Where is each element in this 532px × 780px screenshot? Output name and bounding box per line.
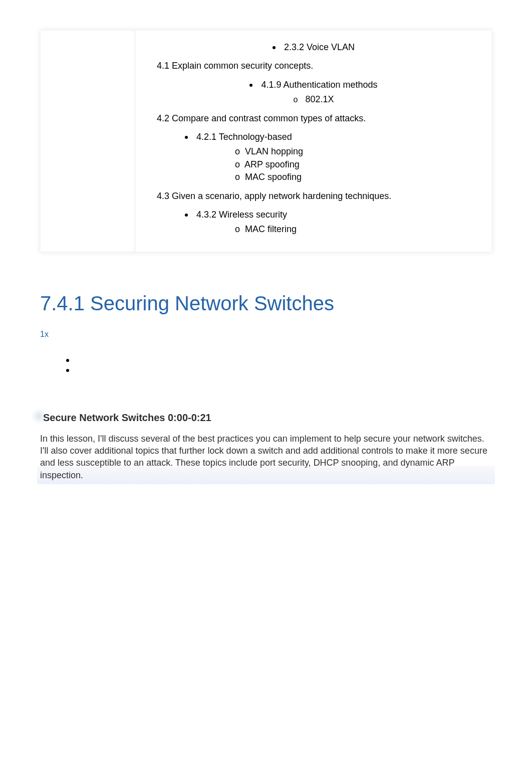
objective-subitem: o MAC filtering [235,224,476,235]
bullet-icon [66,369,69,372]
sub-label: MAC spoofing [245,172,302,182]
sub-label: ARP spoofing [244,159,300,169]
objective-section: 4.1 Explain common security concepts. [151,60,476,72]
transcript-body: In this lesson, I'll discuss several of … [40,433,492,481]
objective-section: 4.2 Compare and contrast common types of… [151,113,476,124]
obj-label: 4.2.1 Technology-based [196,132,292,142]
bullet-icon [66,359,69,362]
objective-item: 4.1.9 Authentication methods [151,79,476,91]
page-title: 7.4.1 Securing Network Switches [40,292,492,315]
objective-subitem: o MAC spoofing [235,171,476,183]
objective-item: 4.3.2 Wireless security [151,209,476,221]
bullet-icon [185,214,188,217]
sub-label: 802.1X [305,94,334,104]
objective-subitem: o 802.1X [151,94,476,105]
highlight-overlay [37,466,495,484]
sub-label: MAC filtering [245,224,297,234]
objective-item: 4.2.1 Technology-based [151,131,476,143]
sub-label: VLAN hopping [245,146,303,156]
objective-sublist: o MAC filtering [151,224,476,235]
objective-item: 2.3.2 Voice VLAN [151,42,476,53]
obj-label: 4.3.2 Wireless security [196,210,287,220]
circle-bullet: o [235,224,240,234]
objective-subitem: o VLAN hopping [235,146,476,157]
objectives-left-col [41,31,136,252]
circle-bullet: o [235,172,240,182]
bullet-icon [273,46,276,49]
objective-subitem: o ARP spoofing [235,159,476,170]
transcript-text: In this lesson, I'll discuss several of … [40,434,487,480]
circle-bullet: o [294,95,298,104]
obj-label: 2.3.2 Voice VLAN [284,42,355,52]
playback-speed[interactable]: 1x [40,330,492,339]
circle-bullet: o [235,159,240,169]
circle-bullet: o [235,146,240,156]
objectives-content: 2.3.2 Voice VLAN 4.1 Explain common secu… [136,31,491,252]
bullet-icon [249,84,252,87]
obj-label: 4.1.9 Authentication methods [261,80,377,90]
objective-section: 4.3 Given a scenario, apply network hard… [151,190,476,202]
objectives-panel: 2.3.2 Voice VLAN 4.1 Explain common secu… [40,30,492,252]
objective-sublist: o VLAN hopping o ARP spoofing o MAC spoo… [151,146,476,183]
bullet-list [40,359,492,372]
transcript-heading: Secure Network Switches 0:00-0:21 [40,412,492,424]
bullet-icon [185,136,188,139]
